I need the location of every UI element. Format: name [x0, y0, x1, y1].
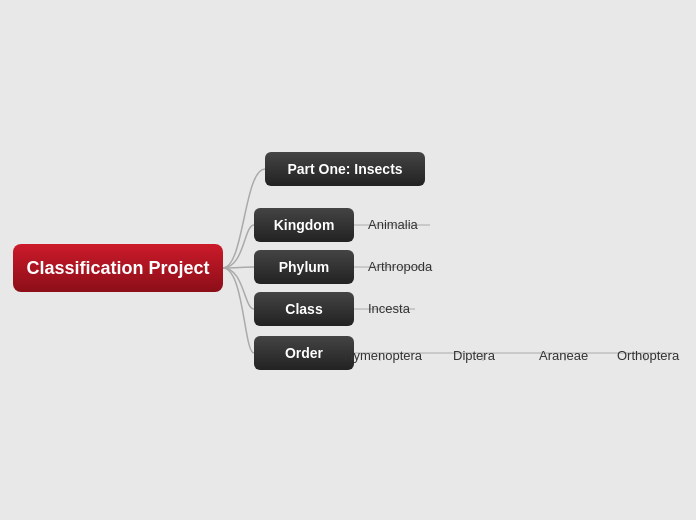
incesta-label: Incesta [368, 301, 410, 316]
araneae-label: Araneae [539, 348, 588, 363]
arthropoda-label: Arthropoda [368, 259, 432, 274]
order-node: Order [254, 336, 354, 370]
class-node: Class [254, 292, 354, 326]
part-one-node: Part One: Insects [265, 152, 425, 186]
kingdom-node: Kingdom [254, 208, 354, 242]
animalia-label: Animalia [368, 217, 418, 232]
orthoptera-label: Orthoptera [617, 348, 679, 363]
diptera-label: Diptera [453, 348, 495, 363]
phylum-node: Phylum [254, 250, 354, 284]
hymenoptera-label: Hymenoptera [344, 348, 422, 363]
root-node: Classification Project [13, 244, 223, 292]
